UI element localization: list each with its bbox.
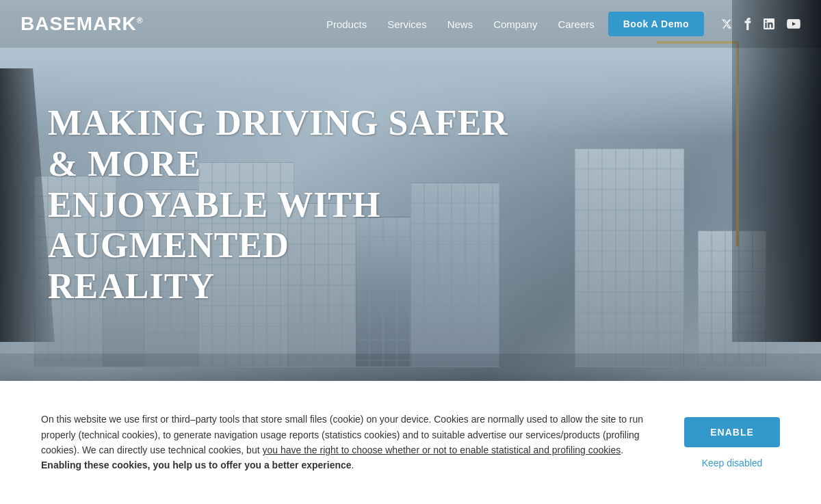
social-icons-group: [721, 18, 800, 30]
nav-news[interactable]: News: [447, 18, 473, 30]
facebook-icon[interactable]: [744, 18, 751, 30]
hero-section: BASEMARK® Products Services News Company…: [0, 0, 821, 504]
nav-links: Products Services News Company Careers: [326, 18, 595, 30]
linkedin-icon[interactable]: [764, 18, 774, 29]
keep-disabled-button[interactable]: Keep disabled: [702, 457, 763, 468]
hero-headline: MAKING DRIVING SAFER & MORE ENJOYABLE WI…: [48, 103, 527, 307]
cookie-text: On this website we use first or third–pa…: [41, 412, 657, 473]
nav-products[interactable]: Products: [326, 18, 367, 30]
cookie-policy-link[interactable]: you have the right to choose whether or …: [262, 445, 621, 455]
nav-company[interactable]: Company: [493, 18, 537, 30]
book-demo-button[interactable]: Book A Demo: [608, 12, 704, 36]
hero-text-block: MAKING DRIVING SAFER & MORE ENJOYABLE WI…: [48, 103, 527, 307]
nav-careers[interactable]: Careers: [558, 18, 594, 30]
cookie-actions: ENABLE Keep disabled: [684, 417, 780, 468]
youtube-icon[interactable]: [787, 19, 800, 29]
navbar: BASEMARK® Products Services News Company…: [0, 0, 821, 48]
car-interior-right: [732, 0, 821, 342]
nav-services[interactable]: Services: [387, 18, 427, 30]
twitter-icon[interactable]: [721, 18, 732, 29]
logo[interactable]: BASEMARK®: [21, 13, 144, 35]
cookie-banner: On this website we use first or third–pa…: [0, 381, 821, 504]
enable-cookies-button[interactable]: ENABLE: [684, 417, 780, 447]
